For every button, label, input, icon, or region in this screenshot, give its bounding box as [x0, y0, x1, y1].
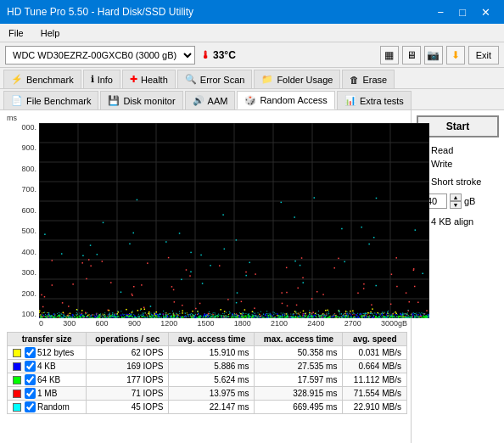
write-label: Write — [431, 159, 452, 169]
toolbar-btn-2[interactable]: 🖥 — [402, 46, 421, 64]
max-access-cell: 669.495 ms — [255, 401, 343, 414]
extra-tests-icon: 📊 — [344, 95, 356, 106]
random-access-icon: 🎲 — [244, 95, 256, 106]
maximize-button[interactable]: □ — [452, 5, 473, 20]
tab-benchmark[interactable]: ⚡ Benchmark — [3, 70, 81, 88]
align-text: 4 KB align — [431, 216, 473, 227]
row-checkbox[interactable] — [25, 347, 36, 358]
chart-area: ms 000. 900. 800. 700. 600. 500. 400. 30… — [0, 110, 411, 443]
table-row: 64 KB 177 IOPS 5.624 ms 17.597 ms 11.112… — [8, 373, 407, 387]
col-ops: operations / sec — [87, 333, 169, 346]
row-checkbox[interactable] — [25, 374, 36, 385]
window-controls: − □ ✕ — [431, 5, 497, 20]
temperature-value: 33°C — [213, 49, 236, 61]
ops-cell: 169 IOPS — [87, 360, 169, 373]
tab-extra-tests[interactable]: 📊 Extra tests — [337, 91, 412, 109]
table-row: 4 KB 169 IOPS 5.886 ms 27.535 ms 0.664 M… — [8, 360, 407, 373]
toolbar-btn-3[interactable]: 📷 — [424, 46, 443, 64]
file-menu[interactable]: File — [3, 26, 29, 40]
aam-icon: 🔊 — [193, 95, 204, 106]
benchmark-icon: ⚡ — [11, 74, 23, 85]
erase-icon: 🗑 — [350, 75, 359, 85]
avg-speed-cell: 0.031 MB/s — [343, 346, 407, 360]
color-indicator — [13, 376, 21, 384]
avg-speed-cell: 22.910 MB/s — [343, 401, 407, 414]
gB-label: gB — [464, 196, 475, 206]
col-avg-speed: avg. speed — [343, 333, 407, 346]
avg-speed-cell: 0.664 MB/s — [343, 360, 407, 373]
transfer-size-label: Random — [37, 402, 70, 412]
disk-monitor-icon: 💾 — [108, 95, 120, 106]
transfer-size-label: 4 KB — [37, 362, 56, 371]
tab-folder-usage[interactable]: 📁 Folder Usage — [254, 70, 340, 88]
app-title: HD Tune Pro 5.50 - Hard Disk/SSD Utility — [7, 6, 193, 18]
ops-cell: 62 IOPS — [87, 346, 169, 360]
file-benchmark-icon: 📄 — [11, 95, 23, 106]
ops-cell: 71 IOPS — [87, 387, 169, 401]
table-row: 512 bytes 62 IOPS 15.910 ms 50.358 ms 0.… — [8, 346, 407, 360]
stroke-up-button[interactable]: ▲ — [450, 193, 462, 201]
ms-label: ms — [7, 114, 407, 122]
disk-select[interactable]: WDC WD30EZRZ-00GXCB0 (3000 gB) — [5, 46, 195, 64]
help-menu[interactable]: Help — [36, 26, 65, 40]
row-checkbox[interactable] — [25, 401, 36, 412]
temperature-display: 🌡 33°C — [200, 49, 236, 61]
avg-access-cell: 13.975 ms — [169, 387, 255, 401]
ops-cell: 177 IOPS — [87, 373, 169, 387]
tab-row-2: 📄 File Benchmark 💾 Disk monitor 🔊 AAM 🎲 … — [0, 89, 504, 110]
data-table: transfer size operations / sec avg. acce… — [7, 332, 407, 414]
main-content: ms 000. 900. 800. 700. 600. 500. 400. 30… — [0, 110, 504, 443]
transfer-size-cell: Random — [8, 401, 87, 414]
tab-random-access[interactable]: 🎲 Random Access — [237, 91, 334, 109]
toolbar-btn-4[interactable]: ⬇ — [446, 46, 465, 64]
health-icon: ✚ — [130, 74, 137, 85]
col-max-access: max. access time — [255, 333, 343, 346]
transfer-size-label: 512 bytes — [37, 348, 74, 357]
tab-info[interactable]: ℹ Info — [83, 70, 120, 88]
transfer-size-cell: 64 KB — [8, 373, 87, 387]
avg-access-cell: 5.886 ms — [169, 360, 255, 373]
tab-health[interactable]: ✚ Health — [122, 70, 176, 88]
transfer-size-cell: 1 MB — [8, 387, 87, 401]
tab-error-scan[interactable]: 🔍 Error Scan — [177, 70, 253, 88]
color-indicator — [13, 403, 21, 412]
short-stroke-text: Short stroke — [431, 177, 481, 187]
exit-button[interactable]: Exit — [468, 46, 499, 64]
max-access-cell: 50.358 ms — [255, 346, 343, 360]
menu-bar: File Help — [0, 24, 504, 42]
max-access-cell: 328.915 ms — [255, 387, 343, 401]
color-indicator — [13, 349, 21, 357]
table-row: 1 MB 71 IOPS 13.975 ms 328.915 ms 71.554… — [8, 387, 407, 401]
toolbar-btn-1[interactable]: ▦ — [380, 46, 399, 64]
stroke-down-button[interactable]: ▼ — [450, 201, 462, 209]
max-access-cell: 17.597 ms — [255, 373, 343, 387]
max-access-cell: 27.535 ms — [255, 360, 343, 373]
col-transfer-size: transfer size — [8, 333, 87, 346]
tab-aam[interactable]: 🔊 AAM — [185, 91, 236, 109]
x-axis: 0 300 600 900 1200 1500 1800 2100 2400 2… — [7, 318, 407, 328]
toolbar-icons: ▦ 🖥 📷 ⬇ Exit — [380, 46, 499, 64]
row-checkbox[interactable] — [25, 388, 36, 399]
transfer-size-label: 64 KB — [37, 375, 60, 384]
avg-access-cell: 22.147 ms — [169, 401, 255, 414]
read-label: Read — [431, 145, 453, 155]
tab-disk-monitor[interactable]: 💾 Disk monitor — [100, 91, 182, 109]
tab-file-benchmark[interactable]: 📄 File Benchmark — [3, 91, 98, 109]
tab-erase[interactable]: 🗑 Erase — [342, 70, 395, 88]
col-avg-access: avg. access time — [169, 333, 255, 346]
avg-access-cell: 15.910 ms — [169, 346, 255, 360]
stroke-spinner: ▲ ▼ — [450, 193, 462, 209]
chart-container: 000. 900. 800. 700. 600. 500. 400. 300. … — [7, 123, 407, 318]
close-button[interactable]: ✕ — [474, 5, 497, 20]
row-checkbox[interactable] — [25, 361, 36, 372]
color-indicator — [13, 390, 21, 398]
y-axis: 000. 900. 800. 700. 600. 500. 400. 300. … — [7, 123, 39, 318]
table-row: Random 45 IOPS 22.147 ms 669.495 ms 22.9… — [8, 401, 407, 414]
minimize-button[interactable]: − — [431, 5, 451, 20]
folder-icon: 📁 — [261, 74, 273, 85]
info-icon: ℹ — [91, 74, 94, 85]
avg-access-cell: 5.624 ms — [169, 373, 255, 387]
transfer-size-label: 1 MB — [37, 389, 57, 398]
title-bar: HD Tune Pro 5.50 - Hard Disk/SSD Utility… — [0, 0, 504, 24]
color-indicator — [13, 362, 21, 371]
